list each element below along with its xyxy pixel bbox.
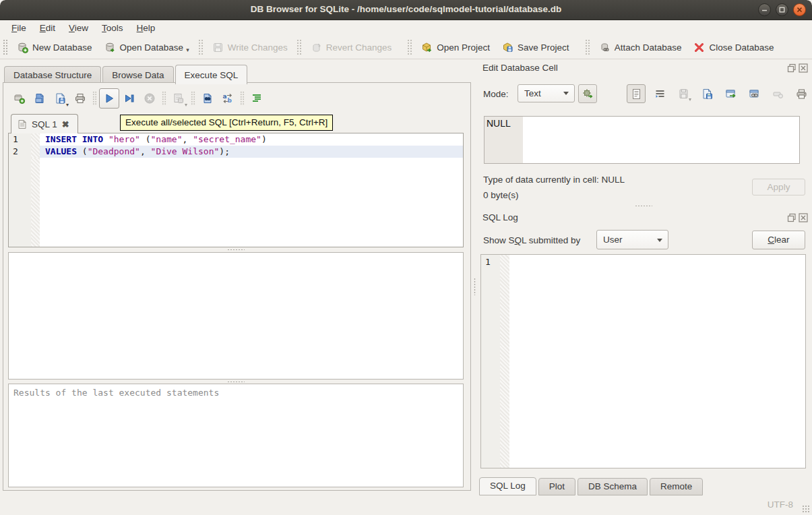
- panel-splitter[interactable]: [472, 82, 478, 491]
- toolbar-separator: [240, 91, 245, 106]
- dock-tab-plot[interactable]: Plot: [538, 478, 575, 495]
- menu-help[interactable]: Help: [131, 22, 162, 34]
- save-sql-dropdown-arrow[interactable]: ▾: [66, 102, 69, 108]
- execute-all-button[interactable]: [99, 88, 119, 109]
- text-mode-icon: [631, 88, 642, 100]
- mode-label: Mode:: [483, 89, 509, 99]
- editor-results-splitter[interactable]: [8, 247, 464, 251]
- dock-float-icon[interactable]: [787, 213, 797, 222]
- sql-log-area[interactable]: 1: [480, 254, 806, 468]
- dock-tab-remote[interactable]: Remote: [650, 478, 703, 495]
- cell-value: NULL: [487, 118, 511, 129]
- save-project-button[interactable]: Save Project: [496, 38, 575, 57]
- code-line-1[interactable]: 1INSERT INTO "hero" ("name", "secret_nam…: [9, 133, 463, 146]
- log-line-number: 1: [481, 255, 500, 468]
- bottom-dock-tabs: SQL Log Plot DB Schema Remote: [479, 477, 705, 495]
- log-text-area[interactable]: [509, 255, 805, 468]
- print-icon: [74, 92, 86, 104]
- open-in-app-button[interactable]: [721, 84, 740, 103]
- dock-splitter[interactable]: [478, 204, 808, 208]
- sql-file-icon: [18, 119, 27, 129]
- sql-document-tab[interactable]: SQL 1 ✖: [11, 114, 78, 133]
- execute-line-icon: [123, 92, 135, 104]
- link-icon: [749, 88, 760, 100]
- link-button[interactable]: [745, 84, 763, 103]
- svg-text:b: b: [228, 97, 232, 104]
- dock-close-icon[interactable]: [799, 213, 808, 222]
- cell-size-text: 0 byte(s): [483, 190, 519, 200]
- toolbar-separator: [407, 39, 412, 55]
- code-text[interactable]: INSERT INTO "hero" ("name", "secret_name…: [40, 133, 463, 146]
- minimize-button[interactable]: [758, 3, 771, 16]
- dock-float-icon[interactable]: [787, 63, 797, 73]
- close-button[interactable]: [793, 3, 806, 16]
- save-results-icon: [173, 92, 185, 104]
- auto-mode-button[interactable]: [578, 84, 597, 103]
- results-message-pane[interactable]: Results of the last executed statements: [8, 384, 464, 487]
- editor-empty-area[interactable]: [9, 158, 463, 247]
- save-sql-file-icon: [54, 92, 66, 104]
- dock-tab-db-schema[interactable]: DB Schema: [577, 478, 648, 495]
- text-mode-button[interactable]: [627, 84, 646, 103]
- execute-line-button[interactable]: [119, 88, 139, 109]
- open-database-button[interactable]: Open Database ▾: [98, 38, 195, 57]
- find-button[interactable]: [197, 88, 218, 109]
- toolbar-separator: [162, 91, 166, 106]
- maximize-button[interactable]: [776, 3, 788, 16]
- menu-view[interactable]: View: [63, 22, 94, 34]
- print-cell-button[interactable]: [792, 84, 811, 103]
- open-project-button[interactable]: Open Project: [415, 38, 496, 57]
- new-sql-tab-button[interactable]: [9, 88, 30, 109]
- line-number: 1: [9, 133, 31, 146]
- open-sql-file-button[interactable]: [30, 88, 50, 109]
- menu-tools[interactable]: Tools: [96, 22, 129, 34]
- code-line-2[interactable]: 2VALUES ("Deadpond", "Dive Wilson");: [9, 146, 463, 158]
- open-database-label: Open Database: [120, 42, 184, 53]
- open-project-label: Open Project: [437, 42, 490, 53]
- write-changes-icon: [212, 42, 224, 53]
- main-toolbar: New Database Open Database ▾ Write Chang…: [0, 36, 812, 59]
- print-sql-button[interactable]: [70, 88, 90, 109]
- open-database-dropdown-arrow[interactable]: ▾: [186, 47, 189, 53]
- import-mode-gear-icon: [582, 88, 594, 100]
- new-database-button[interactable]: New Database: [11, 38, 98, 57]
- word-wrap-icon: [654, 88, 666, 100]
- clear-log-button[interactable]: Clear: [752, 231, 805, 249]
- project-open-icon: [421, 42, 433, 53]
- results-grid-pane[interactable]: [8, 252, 464, 380]
- log-filter-value: User: [603, 235, 623, 245]
- attach-database-button[interactable]: Attach Database: [593, 38, 688, 57]
- chevron-down-icon: [657, 239, 662, 242]
- code-text[interactable]: VALUES ("Deadpond", "Dive Wilson");: [40, 146, 463, 158]
- close-database-button[interactable]: Close Database: [687, 38, 780, 57]
- titlebar[interactable]: DB Browser for SQLite - /home/user/code/…: [0, 0, 812, 20]
- format-sql-button[interactable]: [247, 88, 267, 109]
- save-sql-file-button[interactable]: ▾: [50, 88, 70, 109]
- edit-cell-dock-buttons: [787, 63, 808, 73]
- dock-tab-sql-log[interactable]: SQL Log: [479, 477, 536, 495]
- write-changes-button: Write Changes: [206, 38, 294, 57]
- export-file-button[interactable]: [697, 84, 716, 103]
- find-replace-button[interactable]: ab: [218, 88, 238, 109]
- word-wrap-button[interactable]: [650, 84, 669, 103]
- apply-button: Apply: [752, 179, 805, 195]
- revert-changes-label: Revert Changes: [326, 42, 392, 53]
- app-window: DB Browser for SQLite - /home/user/code/…: [0, 0, 812, 515]
- log-filter-select[interactable]: User: [596, 230, 668, 249]
- sql-tab-label: SQL 1: [32, 119, 57, 129]
- sql-code-editor[interactable]: 1INSERT INTO "hero" ("name", "secret_nam…: [8, 133, 464, 247]
- close-sql-tab-icon[interactable]: ✖: [62, 119, 69, 129]
- cell-value-editor[interactable]: NULL: [484, 116, 800, 164]
- toolbar-grip[interactable]: [3, 39, 8, 55]
- log-fold-margin: [500, 255, 509, 468]
- new-database-label: New Database: [32, 42, 92, 53]
- mode-select[interactable]: Text: [518, 84, 575, 102]
- menu-file[interactable]: File: [5, 22, 32, 34]
- dock-close-icon[interactable]: [799, 63, 808, 73]
- line-number: 2: [9, 146, 31, 158]
- resize-grip[interactable]: [802, 505, 810, 513]
- find-replace-icon: ab: [222, 92, 234, 104]
- tab-execute-sql[interactable]: Execute SQL: [175, 65, 248, 84]
- menu-edit[interactable]: Edit: [34, 22, 61, 34]
- project-save-icon: [502, 42, 513, 53]
